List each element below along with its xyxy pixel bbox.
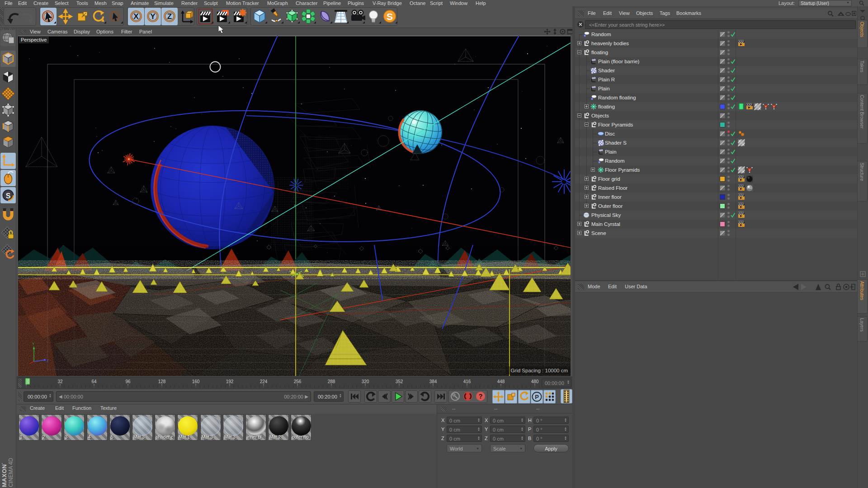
svg-text:128: 128 [158, 379, 166, 384]
svg-text:416: 416 [463, 379, 471, 384]
svg-text:S: S [6, 192, 11, 200]
svg-text:P: P [535, 394, 539, 400]
svg-text:320: 320 [362, 379, 369, 384]
svg-text:480: 480 [531, 379, 539, 384]
svg-text:448: 448 [497, 379, 505, 384]
svg-text:Z: Z [167, 12, 172, 21]
svg-text:32: 32 [57, 379, 63, 384]
svg-text:352: 352 [396, 379, 403, 384]
svg-text:96: 96 [125, 379, 131, 384]
svg-text:?: ? [479, 393, 483, 400]
svg-text:Y: Y [150, 12, 156, 21]
svg-text:0: 0 [27, 379, 30, 384]
svg-text:160: 160 [192, 379, 200, 384]
svg-text:384: 384 [429, 379, 437, 384]
svg-text:Y: Y [32, 342, 35, 346]
svg-text:S: S [387, 11, 393, 22]
svg-text:64: 64 [91, 379, 97, 384]
svg-text:224: 224 [260, 379, 268, 384]
svg-text:256: 256 [294, 379, 302, 384]
svg-text:Grid Spacing : 10000 cm: Grid Spacing : 10000 cm [510, 368, 568, 373]
svg-text:288: 288 [328, 379, 335, 384]
svg-text:X: X [133, 12, 139, 21]
svg-text:192: 192 [226, 379, 234, 384]
